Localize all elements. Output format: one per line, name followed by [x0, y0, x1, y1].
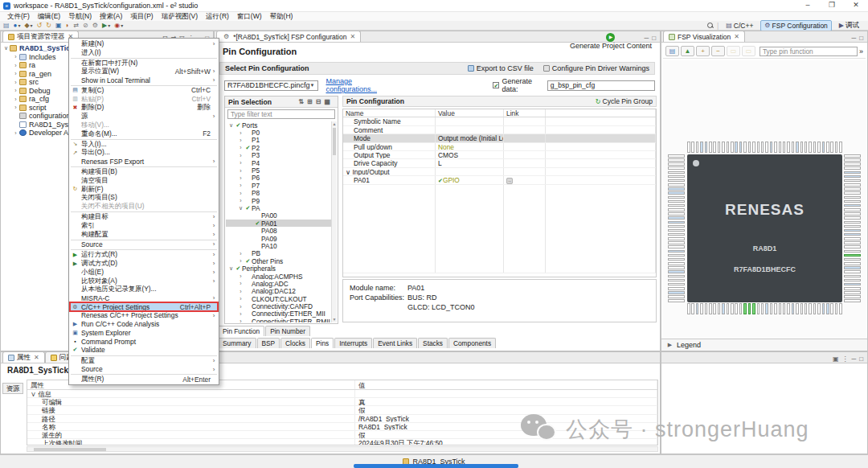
view-menu-icon[interactable]: ⋮ [840, 355, 850, 363]
pin-tree-item-Analog:ACMPHS[interactable]: ›Analog:ACMPHS [226, 273, 331, 280]
chip-pin[interactable] [844, 266, 861, 269]
pin-config-row-0[interactable]: Symbolic Name [343, 117, 656, 125]
chip-pin[interactable] [844, 279, 861, 282]
chip-pin[interactable] [739, 303, 743, 314]
menu-item-15[interactable]: ↗导出(O)... [69, 149, 219, 158]
chip-pin[interactable] [668, 200, 685, 203]
chip-pin[interactable] [774, 142, 777, 153]
chip-pin[interactable] [844, 183, 861, 187]
menu-item-26[interactable]: 构建配置› [69, 230, 219, 239]
chip-pin[interactable] [668, 166, 685, 170]
open-view-icon[interactable]: ▣ [831, 355, 841, 363]
menu-item-46[interactable]: 属性(R)Alt+Enter [69, 375, 219, 384]
close-tab-icon[interactable]: ✕ [34, 354, 39, 361]
chip-pin[interactable] [844, 216, 861, 220]
menu-item-0[interactable]: 新建(N)› [69, 39, 219, 48]
minimize-button[interactable]: – [796, 0, 820, 11]
menu-item-9[interactable]: ✖删除(D)删除 [69, 104, 219, 113]
chip-pin[interactable] [668, 287, 685, 290]
tab-stacks[interactable]: Stacks [418, 338, 448, 348]
chip-pin[interactable] [668, 191, 685, 195]
pin-tree-item-P8[interactable]: ›P8 [226, 190, 331, 197]
pin-tree-scrollbar[interactable]: ▲ ▼ [331, 121, 337, 322]
launch-icon[interactable]: ◗ [66, 22, 70, 29]
undo-icon[interactable]: ↺ [37, 22, 43, 29]
scrollbar-thumb[interactable] [34, 448, 106, 451]
chip-pin[interactable] [668, 279, 685, 282]
pin-tree-item-P9[interactable]: ›P9 [226, 197, 331, 204]
chip-pin[interactable] [691, 303, 694, 314]
pin-tree-item-Other Pins[interactable]: ›✔Other Pins [226, 257, 331, 265]
chip-pin[interactable] [844, 225, 861, 228]
chip-pin[interactable] [830, 303, 833, 314]
lock-icon[interactable]: ▭ [727, 46, 740, 56]
pin-tree-item-Connectivity:ETHER_RMII[interactable]: ›Connectivity:ETHER_RMII [226, 318, 331, 322]
export-to-csv-button[interactable]: Export to CSV file [468, 64, 534, 72]
chip-pin[interactable] [687, 142, 690, 153]
manage-configurations-link[interactable]: Manage configurations... [326, 77, 379, 93]
chip-pin[interactable] [668, 270, 685, 273]
chip-pin[interactable] [844, 208, 861, 211]
chip-pin[interactable] [668, 262, 685, 265]
chip-pin[interactable] [844, 200, 861, 203]
chip-pin[interactable] [731, 303, 734, 314]
chip-pin[interactable] [796, 303, 799, 314]
pin-tree-item-PA10[interactable]: PA10 [226, 242, 331, 249]
chip-pin[interactable] [722, 303, 725, 314]
chip-pin[interactable] [844, 270, 861, 273]
chip-pin[interactable] [713, 303, 716, 314]
link-editor-icon[interactable]: ⇄ [73, 22, 79, 29]
close-tab-icon[interactable]: ✕ [734, 33, 739, 40]
collapse-all-icon[interactable]: ⊟ [314, 98, 323, 105]
pin-tree-item-P1[interactable]: ›P1 [226, 137, 331, 144]
generate-project-content[interactable]: ▶ Generate Project Content [570, 33, 652, 50]
chip-pin[interactable] [752, 142, 755, 153]
pin-tree-item-P2[interactable]: ›✔P2 [226, 144, 331, 151]
minimize-icon[interactable]: ─ [850, 35, 858, 42]
perspective-button-1[interactable]: ⚙FSP Configuration [760, 20, 831, 31]
chip-pin[interactable] [809, 303, 812, 314]
chip-pin[interactable] [739, 142, 743, 153]
chip-pin[interactable] [761, 142, 764, 153]
chip-pin[interactable] [844, 254, 861, 257]
menu-item-21[interactable]: 关闭项目(S) [69, 194, 219, 203]
chip-pin[interactable] [718, 142, 721, 153]
menu-item-8[interactable]: ▥粘贴(P)Ctrl+V [69, 95, 219, 104]
chip-pin[interactable] [844, 250, 861, 253]
menu-item-34[interactable]: 从本地历史记录复原(Y)... [69, 285, 219, 294]
menu-item-33[interactable]: 比较对象(A)› [69, 277, 219, 285]
chip-pin[interactable] [844, 166, 861, 170]
chip-pin[interactable] [787, 303, 790, 314]
pin-tree-item-Connectivity:CANFD[interactable]: ›Connectivity:CANFD [226, 302, 331, 310]
chip-pin[interactable] [709, 142, 712, 153]
menu-item-11[interactable]: 移动(V)... [69, 121, 219, 129]
chip-pin[interactable] [668, 208, 685, 211]
chip-pin[interactable] [770, 142, 773, 153]
menu-item-20[interactable]: ↻刷新(F) [69, 185, 219, 194]
chip-pin[interactable] [844, 196, 861, 199]
pin-config-row-2[interactable]: ModeOutput mode (Initial Lo... [343, 134, 656, 142]
chip-pin[interactable] [691, 142, 694, 153]
chip-pin[interactable] [783, 142, 786, 153]
menu-item-30[interactable]: ▶运行方式(R)› [69, 250, 219, 259]
cycle-pin-group-button[interactable]: ↻ Cycle Pin Group [596, 97, 653, 105]
chip-pin[interactable] [727, 142, 730, 153]
tab-properties[interactable]: 属性 ✕ [2, 351, 45, 363]
chip-pin[interactable] [800, 303, 804, 314]
menu-item-10[interactable]: 源› [69, 112, 219, 121]
menu-item-28[interactable]: Source› [69, 240, 219, 249]
zoom-in-icon[interactable]: + [696, 46, 710, 56]
sort-icon[interactable]: ⇅ [297, 98, 305, 105]
pin-tree-item-P4[interactable]: ›P4 [226, 159, 331, 166]
menu-item-19[interactable]: 清空项目 [69, 176, 219, 185]
menu-item-43[interactable]: 配置› [69, 356, 219, 365]
chip-pin[interactable] [757, 142, 760, 153]
chip-pin[interactable] [705, 142, 708, 153]
chip-pin[interactable] [844, 221, 861, 224]
chip-pin[interactable] [844, 245, 861, 248]
chip-pin[interactable] [844, 191, 861, 195]
chip-pin[interactable] [835, 303, 838, 314]
chip-pin[interactable] [774, 303, 777, 314]
chip-pin[interactable] [752, 303, 755, 314]
tab-fsp-visualization[interactable]: FSP Visualization ✕ [663, 31, 745, 42]
